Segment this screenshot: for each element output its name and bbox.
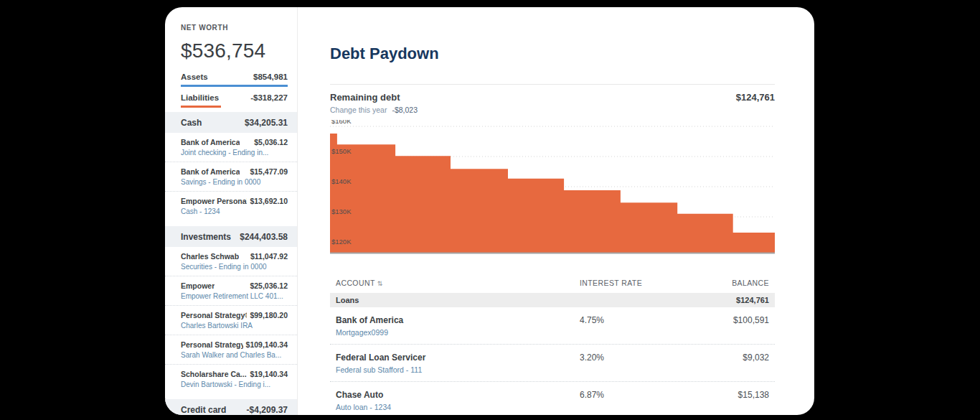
loan-balance: $100,591 [661, 315, 769, 325]
column-header-balance: BALANCE [661, 277, 769, 293]
liabilities-row[interactable]: Liabilities -$318,227 [181, 93, 288, 106]
liabilities-value: -$318,227 [250, 93, 288, 102]
account-balance: $25,036.12 [247, 281, 288, 290]
assets-label: Assets [181, 73, 208, 81]
account-balance: $109,140.34 [243, 340, 288, 349]
debt-chart-svg: $160K$150K$140K$130K$120K [330, 120, 775, 254]
account-name: Empower [181, 281, 215, 290]
remaining-debt-label: Remaining debt [330, 92, 400, 103]
section-label: Cash [181, 118, 202, 128]
change-label: Change this year [330, 106, 387, 114]
liabilities-underline [181, 106, 221, 108]
main-content: Debt Paydown Remaining debt $124,761 Cha… [298, 7, 814, 415]
y-axis-tick-label: $120K [331, 238, 352, 246]
account-detail: Joint checking - Ending in... [181, 149, 288, 157]
loan-balance: $9,032 [661, 353, 769, 363]
loan-table-row[interactable]: Chase Auto Auto loan - 1234 6.87% $15,13… [330, 382, 775, 415]
y-axis-tick-label: $150K [331, 147, 352, 155]
account-detail: Empower Retirement LLC 401... [181, 292, 288, 300]
section-label: Investments [181, 232, 231, 242]
account-detail: Sarah Walker and Charles Ba... [181, 351, 288, 359]
account-detail: Devin Bartowski - Ending i... [181, 381, 288, 388]
net-worth-label: NET WORTH [181, 24, 288, 32]
sidebar-account-row[interactable]: Empower $25,036.12 Empower Retirement LL… [165, 276, 297, 306]
loan-interest-rate: 3.20% [580, 353, 661, 363]
sidebar-section-header[interactable]: Cash $34,205.31 [165, 112, 297, 133]
section-total: $244,403.58 [240, 232, 288, 242]
remaining-debt-total: $124,761 [736, 92, 775, 103]
account-detail: Securities - Ending in 0000 [181, 263, 288, 271]
change-this-year: Change this year-$8,023 [330, 106, 775, 114]
account-balance: $5,036.12 [251, 138, 288, 146]
y-axis-tick-label: $160K [331, 120, 352, 125]
loan-name: Federal Loan Servicer [336, 353, 580, 363]
loan-detail: Federal sub Stafford - 111 [336, 365, 580, 374]
loans-table: ACCOUNT⇅ INTEREST RATE BALANCE Loans $12… [330, 277, 775, 415]
account-name: Empower Personal Cash™ [181, 197, 247, 205]
account-name: Charles Schwab [181, 252, 239, 261]
loan-table-row[interactable]: Bank of America Mortgagex0999 4.75% $100… [330, 307, 775, 345]
account-balance: $13,692.10 [247, 197, 288, 205]
assets-row[interactable]: Assets $854,981 [181, 73, 288, 87]
account-name: Bank of America [181, 138, 240, 146]
loans-group-label: Loans [336, 296, 580, 304]
change-value: -$8,023 [392, 106, 418, 114]
loan-interest-rate: 6.87% [580, 390, 661, 400]
account-balance: $15,477.09 [247, 167, 288, 176]
sort-icon[interactable]: ⇅ [377, 280, 383, 287]
account-detail: Savings - Ending in 0000 [181, 178, 288, 186]
account-balance: $99,180.20 [247, 311, 288, 319]
liabilities-label: Liabilities [181, 93, 219, 102]
loan-detail: Auto loan - 1234 [336, 403, 580, 411]
debt-paydown-chart: $160K$150K$140K$130K$120K [330, 120, 775, 254]
account-name: Personal Strategy® [181, 311, 247, 319]
loan-detail: Mortgagex0999 [336, 328, 580, 337]
app-card: NET WORTH $536,754 Assets $854,981 Liabi… [165, 7, 814, 415]
loan-table-row[interactable]: Federal Loan Servicer Federal sub Staffo… [330, 345, 775, 382]
sidebar-account-row[interactable]: Scholarshare Ca... $19,140.34 Devin Bart… [165, 365, 297, 393]
sidebar-account-row[interactable]: Personal Strategy® $109,140.34 Sarah Wal… [165, 335, 297, 365]
sidebar-account-row[interactable]: Bank of America $5,036.12 Joint checking… [165, 133, 297, 162]
net-worth-value: $536,754 [181, 39, 288, 62]
sidebar-account-row[interactable]: Charles Schwab $11,047.92 Securities - E… [165, 247, 297, 276]
y-axis-tick-label: $130K [331, 207, 352, 215]
section-total: $34,205.31 [245, 118, 288, 128]
section-total: -$4,209.37 [247, 405, 288, 415]
account-balance: $19,140.34 [247, 370, 288, 378]
account-balance: $11,047.92 [248, 252, 288, 261]
y-axis-tick-label: $140K [331, 177, 352, 185]
debt-area-series [330, 134, 775, 253]
column-header-account[interactable]: ACCOUNT⇅ [336, 277, 580, 293]
net-worth-sidebar: NET WORTH $536,754 Assets $854,981 Liabi… [165, 7, 298, 415]
account-name: Scholarshare Ca... [181, 370, 247, 378]
sidebar-section-header[interactable]: Investments $244,403.58 [165, 226, 297, 247]
assets-value: $854,981 [253, 73, 288, 81]
loan-interest-rate: 4.75% [580, 315, 661, 325]
loan-name: Chase Auto [336, 390, 580, 400]
account-detail: Charles Bartowski IRA [181, 322, 288, 330]
header-divider [330, 84, 775, 85]
account-name: Personal Strategy® [181, 340, 243, 349]
loan-name: Bank of America [336, 315, 580, 325]
account-sections: Cash $34,205.31 Bank of America $5,036.1… [165, 112, 297, 415]
loans-group-balance: $124,761 [661, 296, 769, 304]
loan-balance: $15,138 [661, 390, 769, 400]
page-title: Debt Paydown [330, 45, 775, 63]
account-name: Bank of America [181, 167, 240, 176]
loan-rows: Bank of America Mortgagex0999 4.75% $100… [330, 307, 775, 415]
sidebar-account-row[interactable]: Personal Strategy® $99,180.20 Charles Ba… [165, 306, 297, 335]
sidebar-account-row[interactable]: Bank of America $15,477.09 Savings - End… [165, 162, 297, 192]
sidebar-account-row[interactable]: Empower Personal Cash™ $13,692.10 Cash -… [165, 192, 297, 220]
sidebar-section-header[interactable]: Credit card -$4,209.37 [165, 399, 297, 415]
section-label: Credit card [181, 405, 226, 415]
column-header-interest-rate: INTEREST RATE [580, 277, 661, 293]
account-detail: Cash - 1234 [181, 207, 288, 215]
loans-group-row[interactable]: Loans $124,761 [330, 293, 775, 307]
